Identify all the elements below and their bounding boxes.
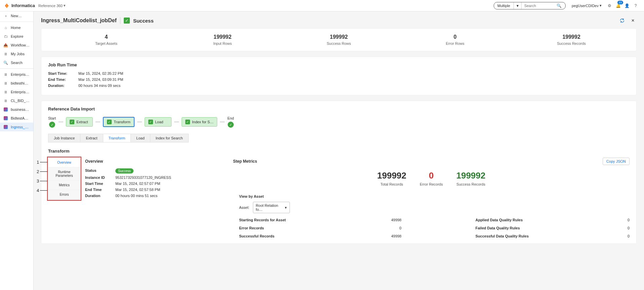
brand-logo: Informatica xyxy=(4,3,35,8)
sidebar-recent-item[interactable]: 🗎 Enterprise Addre… xyxy=(0,70,33,79)
user-icon[interactable]: 👤 xyxy=(622,1,631,10)
sidebar-home[interactable]: ⌂ Home xyxy=(0,23,33,32)
username: pegUserCDIDev xyxy=(572,4,599,8)
tab-extract[interactable]: Extract xyxy=(80,134,103,142)
stats-card: 4 Target Assets 199992 Input Rows 199992… xyxy=(41,28,637,51)
subtabs-wrap: Overview Runtime Parameters Metrics Erro… xyxy=(48,158,80,200)
global-search: 🔍 xyxy=(522,2,565,9)
close-button[interactable]: ✕ xyxy=(629,17,637,24)
sidebar: ＋ New… ⌂ Home 🗀 Explore 📥 Workflow Inbox… xyxy=(0,11,34,290)
tab-job-instance[interactable]: Job Instance xyxy=(48,134,80,142)
check-icon: ✓ xyxy=(148,120,153,124)
sidebar-new[interactable]: ＋ New… xyxy=(0,11,33,20)
copy-json-button[interactable]: Copy JSON xyxy=(603,158,630,165)
dataset-icon xyxy=(3,116,8,121)
folder-icon: 🗀 xyxy=(3,34,8,39)
stat-success-records: 199992 Success Records xyxy=(513,34,630,45)
callout-2: 2 xyxy=(37,169,39,174)
check-icon: ✓ xyxy=(70,120,74,124)
dataset-icon xyxy=(3,125,8,129)
sidebar-new-label: New… xyxy=(11,14,22,18)
scope-dropdown[interactable]: ▾ xyxy=(514,2,522,9)
doc-icon: 🗎 xyxy=(3,90,8,94)
global-search-scope: Multiple ▾ 🔍 xyxy=(494,2,566,9)
check-icon: ✓ xyxy=(228,122,234,128)
chevron-down-icon: ▾ xyxy=(517,3,519,8)
refresh-button[interactable] xyxy=(618,17,626,24)
pipe-end: End ✓ xyxy=(227,116,234,128)
pipe-node-extract[interactable]: ✓ Extract xyxy=(66,117,93,127)
check-icon: ✓ xyxy=(49,122,55,128)
main-content: Ingress_MultiCodelist_jobDef ✓ Success ✕… xyxy=(34,11,644,290)
sidebar-search[interactable]: 🔍 Search xyxy=(0,58,33,67)
status-text: Success xyxy=(133,18,154,24)
job-run-title: Job Run Time xyxy=(48,62,630,67)
sidebar-recent-item[interactable]: 🗎 Enterprise A xyxy=(0,88,33,96)
sidebar-recent-item[interactable]: 🗎 CL_BID_1727352… xyxy=(0,96,33,105)
sidebar-explore[interactable]: 🗀 Explore xyxy=(0,32,33,41)
sidebar-my-jobs[interactable]: 🗎 My Jobs xyxy=(0,50,33,58)
service-switcher[interactable]: Reference 360 ▾ xyxy=(38,3,66,8)
global-search-input[interactable] xyxy=(524,4,555,8)
big-success-records: 199992 Success Records xyxy=(456,170,486,186)
sidebar-recent-item-active[interactable]: Ingress_MultiCod… xyxy=(0,123,33,131)
refresh-icon xyxy=(619,18,625,23)
subtabs: Overview Runtime Parameters Metrics Erro… xyxy=(48,158,80,200)
page-title: Ingress_MultiCodelist_jobDef xyxy=(41,18,117,24)
search-icon[interactable]: 🔍 xyxy=(557,3,562,8)
search-icon: 🔍 xyxy=(3,60,8,65)
settings-icon[interactable]: ⚙ xyxy=(605,1,614,10)
scope-label[interactable]: Multiple xyxy=(494,2,514,9)
close-icon: ✕ xyxy=(631,18,635,23)
ref-import-title: Reference Data Import xyxy=(48,106,630,111)
brand-name: Informatica xyxy=(11,3,35,8)
view-by-asset-title: View by Asset xyxy=(239,194,630,198)
subtab-overview[interactable]: Overview xyxy=(48,158,80,167)
nav-divider xyxy=(0,68,33,69)
sidebar-workflow-inbox[interactable]: 📥 Workflow Inbox xyxy=(0,41,33,50)
plus-icon: ＋ xyxy=(3,13,8,18)
user-menu[interactable]: pegUserCDIDev ▾ xyxy=(572,3,602,8)
subtab-errors[interactable]: Errors xyxy=(48,190,80,199)
stat-success-rows: 199992 Success Rows xyxy=(281,34,397,45)
callout-3: 3 xyxy=(37,179,39,184)
pipe-node-transform[interactable]: ✓ Transform xyxy=(103,117,135,127)
subtab-runtime-params[interactable]: Runtime Parameters xyxy=(48,167,80,181)
sidebar-recent-item[interactable]: 🗎 bidtesthier123 xyxy=(0,79,33,88)
tab-index-for-search[interactable]: Index for Search xyxy=(150,134,189,142)
nav-divider xyxy=(0,22,33,22)
chevron-down-icon: ▾ xyxy=(600,3,602,8)
transform-title: Transform xyxy=(48,149,630,154)
callout-4: 4 xyxy=(37,188,39,193)
pipe-node-load[interactable]: ✓ Load xyxy=(145,117,172,127)
view-by-asset: View by Asset Asset: Root Relation fo… ▾… xyxy=(233,194,630,238)
tab-transform[interactable]: Transform xyxy=(103,134,131,142)
stat-input-rows: 199992 Input Rows xyxy=(164,34,281,45)
doc-icon: 🗎 xyxy=(3,81,8,86)
check-icon: ✓ xyxy=(185,120,190,124)
sidebar-recent-item[interactable]: businessID_same… xyxy=(0,105,33,114)
big-error-records: 0 Error Records xyxy=(420,170,443,186)
tab-load[interactable]: Load xyxy=(131,134,150,142)
sidebar-recent-item[interactable]: BidtestAPI_2024-… xyxy=(0,114,33,123)
step-tabs: Job Instance Extract Transform Load Inde… xyxy=(48,134,630,142)
job-run-card: Job Run Time Start Time:Mar 15, 2024, 02… xyxy=(41,57,637,95)
service-name: Reference 360 xyxy=(38,4,63,8)
ref-import-card: Reference Data Import Start ✓ ✓ Extract … xyxy=(41,101,637,244)
stat-error-rows: 0 Error Rows xyxy=(397,34,513,45)
overview-title: Overview xyxy=(85,159,233,164)
inbox-icon: 📥 xyxy=(3,43,8,47)
top-bar: Informatica Reference 360 ▾ Multiple ▾ 🔍… xyxy=(0,0,644,11)
status-pill: Success xyxy=(115,168,134,173)
notifications-icon[interactable]: 🔔23 xyxy=(614,1,622,10)
home-icon: ⌂ xyxy=(3,25,8,30)
stat-target-assets: 4 Target Assets xyxy=(48,34,164,45)
pipe-node-index[interactable]: ✓ Index for S… xyxy=(182,117,217,127)
doc-icon: 🗎 xyxy=(3,72,8,77)
pipeline: Start ✓ ✓ Extract ✓ Transform ✓ Load xyxy=(48,116,630,128)
chevron-down-icon: ▾ xyxy=(64,3,66,8)
big-total-records: 199992 Total Records xyxy=(377,170,407,186)
subtab-metrics[interactable]: Metrics xyxy=(48,181,80,190)
asset-select[interactable]: Root Relation fo… ▾ xyxy=(253,202,290,213)
help-icon[interactable]: ? xyxy=(631,1,640,10)
